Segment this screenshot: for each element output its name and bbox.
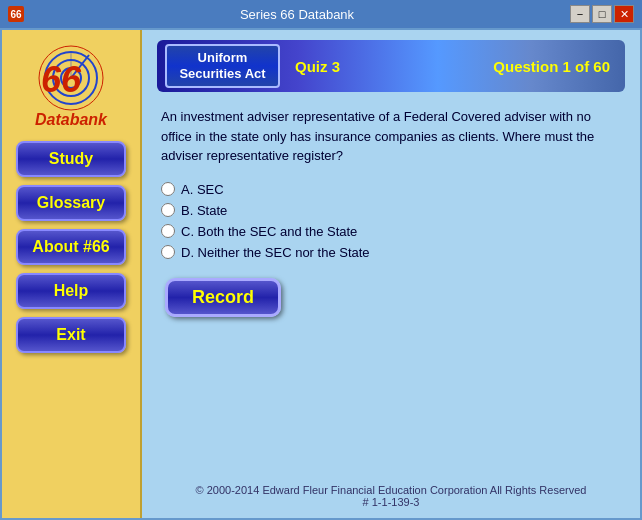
answer-a[interactable]: A. SEC xyxy=(161,182,621,197)
question-text: An investment adviser representative of … xyxy=(157,107,625,166)
radio-a[interactable] xyxy=(161,182,175,196)
radio-d[interactable] xyxy=(161,245,175,259)
close-button[interactable]: ✕ xyxy=(614,5,634,23)
radio-b[interactable] xyxy=(161,203,175,217)
minimize-button[interactable]: − xyxy=(570,5,590,23)
answers-container: A. SEC B. State C. Both the SEC and the … xyxy=(157,182,625,260)
radio-c[interactable] xyxy=(161,224,175,238)
header-banner: Uniform Securities Act Quiz 3 Question 1… xyxy=(157,40,625,92)
content-area: Uniform Securities Act Quiz 3 Question 1… xyxy=(142,30,640,518)
maximize-button[interactable]: □ xyxy=(592,5,612,23)
act-line1: Uniform xyxy=(177,50,268,66)
window-controls: − □ ✕ xyxy=(570,5,634,23)
serial-number: # 1-1-139-3 xyxy=(157,496,625,508)
footer: © 2000-2014 Edward Fleur Financial Educa… xyxy=(157,476,625,508)
answer-d-label: D. Neither the SEC nor the State xyxy=(181,245,370,260)
app-icon: 66 xyxy=(8,6,24,22)
answer-b[interactable]: B. State xyxy=(161,203,621,218)
logo-databank: Databank xyxy=(35,111,107,129)
answer-c-label: C. Both the SEC and the State xyxy=(181,224,357,239)
answer-d[interactable]: D. Neither the SEC nor the State xyxy=(161,245,621,260)
record-button[interactable]: Record xyxy=(165,278,281,317)
logo-svg: 66 xyxy=(29,40,114,115)
answer-c[interactable]: C. Both the SEC and the State xyxy=(161,224,621,239)
help-button[interactable]: Help xyxy=(16,273,126,309)
answer-b-label: B. State xyxy=(181,203,227,218)
svg-text:66: 66 xyxy=(41,59,82,100)
quiz-label: Quiz 3 xyxy=(295,58,340,75)
logo-container: 66 Databank xyxy=(29,40,114,129)
about-button[interactable]: About #66 xyxy=(16,229,126,265)
answer-a-label: A. SEC xyxy=(181,182,224,197)
main-window: 66 Databank Study Glossary About #66 Hel… xyxy=(0,28,642,520)
question-label: Question 1 of 60 xyxy=(493,58,610,75)
window-title: Series 66 Databank xyxy=(24,7,570,22)
copyright-text: © 2000-2014 Edward Fleur Financial Educa… xyxy=(157,484,625,496)
act-line2: Securities Act xyxy=(177,66,268,82)
title-bar: 66 Series 66 Databank − □ ✕ xyxy=(0,0,642,28)
act-title-box: Uniform Securities Act xyxy=(165,44,280,87)
exit-button[interactable]: Exit xyxy=(16,317,126,353)
sidebar: 66 Databank Study Glossary About #66 Hel… xyxy=(2,30,142,518)
glossary-button[interactable]: Glossary xyxy=(16,185,126,221)
study-button[interactable]: Study xyxy=(16,141,126,177)
quiz-info: Quiz 3 Question 1 of 60 xyxy=(280,58,625,75)
